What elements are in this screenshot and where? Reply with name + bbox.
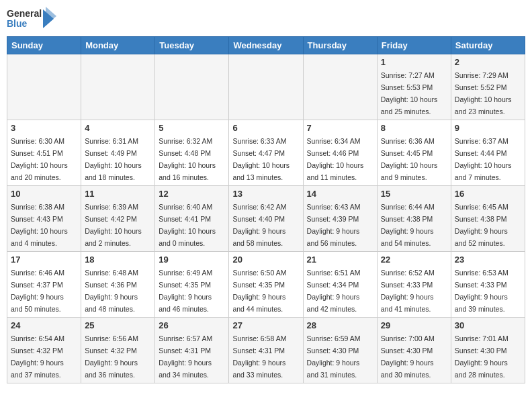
logo-triangle-icon — [43, 7, 56, 31]
day-header-thursday: Thursday — [303, 37, 377, 54]
day-info: Sunrise: 6:39 AM Sunset: 4:42 PM Dayligh… — [85, 203, 142, 247]
day-number: 20 — [232, 255, 299, 265]
day-header-sunday: Sunday — [7, 37, 81, 54]
calendar-empty-cell — [229, 54, 303, 120]
day-number: 17 — [11, 255, 77, 265]
day-header-tuesday: Tuesday — [155, 37, 229, 54]
day-number: 9 — [455, 123, 521, 133]
calendar-day-12: 12Sunrise: 6:40 AM Sunset: 4:41 PM Dayli… — [155, 186, 229, 252]
day-info: Sunrise: 7:27 AM Sunset: 5:53 PM Dayligh… — [381, 71, 438, 116]
day-number: 22 — [381, 255, 447, 265]
day-header-wednesday: Wednesday — [229, 37, 303, 54]
day-info: Sunrise: 6:59 AM Sunset: 4:30 PM Dayligh… — [307, 334, 361, 379]
calendar-week-row: 17Sunrise: 6:46 AM Sunset: 4:37 PM Dayli… — [7, 252, 525, 318]
calendar-day-23: 23Sunrise: 6:53 AM Sunset: 4:33 PM Dayli… — [451, 252, 525, 318]
day-number: 27 — [232, 320, 299, 330]
day-info: Sunrise: 6:34 AM Sunset: 4:46 PM Dayligh… — [307, 137, 364, 181]
logo-general-text: General — [7, 9, 42, 19]
calendar-day-25: 25Sunrise: 6:56 AM Sunset: 4:32 PM Dayli… — [81, 318, 155, 383]
day-info: Sunrise: 6:42 AM Sunset: 4:40 PM Dayligh… — [232, 203, 286, 247]
day-number: 14 — [307, 189, 373, 199]
day-number: 13 — [232, 189, 299, 199]
calendar-week-row: 3Sunrise: 6:30 AM Sunset: 4:51 PM Daylig… — [7, 120, 525, 186]
calendar-week-row: 24Sunrise: 6:54 AM Sunset: 4:32 PM Dayli… — [7, 318, 525, 383]
logo-blue-text: Blue — [7, 19, 42, 29]
day-info: Sunrise: 6:50 AM Sunset: 4:35 PM Dayligh… — [232, 269, 286, 313]
day-info: Sunrise: 6:56 AM Sunset: 4:32 PM Dayligh… — [85, 334, 138, 379]
calendar-table: SundayMondayTuesdayWednesdayThursdayFrid… — [7, 36, 525, 383]
day-number: 16 — [455, 189, 521, 199]
calendar-day-11: 11Sunrise: 6:39 AM Sunset: 4:42 PM Dayli… — [81, 186, 155, 252]
calendar-day-22: 22Sunrise: 6:52 AM Sunset: 4:33 PM Dayli… — [377, 252, 451, 318]
day-info: Sunrise: 6:48 AM Sunset: 4:36 PM Dayligh… — [85, 269, 138, 313]
day-number: 19 — [159, 255, 225, 265]
day-info: Sunrise: 6:51 AM Sunset: 4:34 PM Dayligh… — [307, 269, 361, 313]
calendar-day-30: 30Sunrise: 7:01 AM Sunset: 4:30 PM Dayli… — [451, 318, 525, 383]
day-header-saturday: Saturday — [451, 37, 525, 54]
day-number: 7 — [307, 123, 373, 133]
day-info: Sunrise: 7:01 AM Sunset: 4:30 PM Dayligh… — [455, 334, 508, 379]
day-info: Sunrise: 6:43 AM Sunset: 4:39 PM Dayligh… — [307, 203, 361, 247]
calendar-week-row: 10Sunrise: 6:38 AM Sunset: 4:43 PM Dayli… — [7, 186, 525, 252]
calendar-day-4: 4Sunrise: 6:31 AM Sunset: 4:49 PM Daylig… — [81, 120, 155, 186]
calendar-day-27: 27Sunrise: 6:58 AM Sunset: 4:31 PM Dayli… — [229, 318, 303, 383]
calendar-day-5: 5Sunrise: 6:32 AM Sunset: 4:48 PM Daylig… — [155, 120, 229, 186]
day-number: 1 — [381, 57, 447, 67]
calendar-day-9: 9Sunrise: 6:37 AM Sunset: 4:44 PM Daylig… — [451, 120, 525, 186]
day-info: Sunrise: 6:54 AM Sunset: 4:32 PM Dayligh… — [11, 334, 64, 379]
day-info: Sunrise: 6:46 AM Sunset: 4:37 PM Dayligh… — [11, 269, 64, 313]
calendar-day-1: 1Sunrise: 7:27 AM Sunset: 5:53 PM Daylig… — [377, 54, 451, 120]
day-info: Sunrise: 7:00 AM Sunset: 4:30 PM Dayligh… — [381, 334, 435, 379]
day-number: 21 — [307, 255, 373, 265]
day-info: Sunrise: 6:52 AM Sunset: 4:33 PM Dayligh… — [381, 269, 435, 313]
day-info: Sunrise: 6:44 AM Sunset: 4:38 PM Dayligh… — [381, 203, 435, 247]
day-number: 24 — [11, 320, 77, 330]
day-number: 5 — [159, 123, 225, 133]
day-number: 12 — [159, 189, 225, 199]
calendar-empty-cell — [303, 54, 377, 120]
svg-marker-1 — [46, 7, 56, 26]
day-info: Sunrise: 6:49 AM Sunset: 4:35 PM Dayligh… — [159, 269, 212, 313]
day-number: 11 — [85, 189, 151, 199]
day-info: Sunrise: 6:30 AM Sunset: 4:51 PM Dayligh… — [11, 137, 68, 181]
day-info: Sunrise: 7:29 AM Sunset: 5:52 PM Dayligh… — [455, 71, 512, 116]
calendar-day-19: 19Sunrise: 6:49 AM Sunset: 4:35 PM Dayli… — [155, 252, 229, 318]
day-info: Sunrise: 6:32 AM Sunset: 4:48 PM Dayligh… — [159, 137, 216, 181]
day-number: 10 — [11, 189, 77, 199]
calendar-day-14: 14Sunrise: 6:43 AM Sunset: 4:39 PM Dayli… — [303, 186, 377, 252]
day-number: 15 — [381, 189, 447, 199]
calendar-day-28: 28Sunrise: 6:59 AM Sunset: 4:30 PM Dayli… — [303, 318, 377, 383]
day-number: 28 — [307, 320, 373, 330]
calendar-day-13: 13Sunrise: 6:42 AM Sunset: 4:40 PM Dayli… — [229, 186, 303, 252]
day-info: Sunrise: 6:45 AM Sunset: 4:38 PM Dayligh… — [455, 203, 508, 247]
calendar-day-29: 29Sunrise: 7:00 AM Sunset: 4:30 PM Dayli… — [377, 318, 451, 383]
calendar-day-16: 16Sunrise: 6:45 AM Sunset: 4:38 PM Dayli… — [451, 186, 525, 252]
calendar-day-6: 6Sunrise: 6:33 AM Sunset: 4:47 PM Daylig… — [229, 120, 303, 186]
calendar-day-24: 24Sunrise: 6:54 AM Sunset: 4:32 PM Dayli… — [7, 318, 81, 383]
day-info: Sunrise: 6:33 AM Sunset: 4:47 PM Dayligh… — [232, 137, 290, 181]
day-header-monday: Monday — [81, 37, 155, 54]
calendar-day-17: 17Sunrise: 6:46 AM Sunset: 4:37 PM Dayli… — [7, 252, 81, 318]
day-info: Sunrise: 6:57 AM Sunset: 4:31 PM Dayligh… — [159, 334, 212, 379]
day-number: 4 — [85, 123, 151, 133]
day-number: 30 — [455, 320, 521, 330]
calendar-day-8: 8Sunrise: 6:36 AM Sunset: 4:45 PM Daylig… — [377, 120, 451, 186]
day-number: 2 — [455, 57, 521, 67]
calendar-day-26: 26Sunrise: 6:57 AM Sunset: 4:31 PM Dayli… — [155, 318, 229, 383]
calendar-day-15: 15Sunrise: 6:44 AM Sunset: 4:38 PM Dayli… — [377, 186, 451, 252]
days-header-row: SundayMondayTuesdayWednesdayThursdayFrid… — [7, 37, 525, 54]
calendar-empty-cell — [81, 54, 155, 120]
calendar-week-row: 1Sunrise: 7:27 AM Sunset: 5:53 PM Daylig… — [7, 54, 525, 120]
calendar-day-21: 21Sunrise: 6:51 AM Sunset: 4:34 PM Dayli… — [303, 252, 377, 318]
calendar-day-3: 3Sunrise: 6:30 AM Sunset: 4:51 PM Daylig… — [7, 120, 81, 186]
header: General Blue — [7, 7, 525, 31]
day-number: 8 — [381, 123, 447, 133]
day-number: 23 — [455, 255, 521, 265]
calendar-empty-cell — [155, 54, 229, 120]
day-number: 26 — [159, 320, 225, 330]
calendar-day-20: 20Sunrise: 6:50 AM Sunset: 4:35 PM Dayli… — [229, 252, 303, 318]
logo: General Blue — [7, 7, 56, 31]
page-container: General Blue SundayMondayTuesdayWednesda… — [7, 7, 525, 383]
calendar-day-2: 2Sunrise: 7:29 AM Sunset: 5:52 PM Daylig… — [451, 54, 525, 120]
day-number: 29 — [381, 320, 447, 330]
